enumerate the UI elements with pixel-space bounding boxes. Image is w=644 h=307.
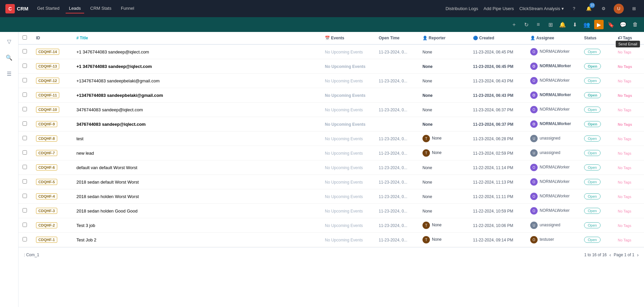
nav-funnel[interactable]: Funnel <box>117 4 138 13</box>
row-checkbox[interactable] <box>23 223 27 227</box>
row-title[interactable]: 3476744083 sandeep@iqlect.com <box>72 117 321 131</box>
col-header-events[interactable]: 📅 Events <box>321 32 375 44</box>
help-icon-btn[interactable]: ? <box>569 4 579 13</box>
grid-icon-btn[interactable]: ⊞ <box>629 4 639 13</box>
notifications-btn[interactable]: 🔔 10 <box>584 4 594 13</box>
row-title[interactable]: +13476744083 sandeepbelaki@gmail.com <box>72 74 321 88</box>
trash-btn[interactable]: 🗑 <box>631 20 640 29</box>
col-header-assignee[interactable]: 👤 Assignee <box>526 32 580 44</box>
row-reporter: None <box>418 175 469 189</box>
next-page-btn[interactable]: › <box>637 252 639 258</box>
row-id[interactable]: CDQHF-10 <box>32 103 72 117</box>
prev-page-btn[interactable]: ‹ <box>609 252 611 258</box>
row-id[interactable]: CDQHF-8 <box>32 131 72 146</box>
refresh-btn[interactable]: ↻ <box>521 20 531 29</box>
col-header-reporter[interactable]: 👤 Reporter <box>418 32 469 44</box>
row-id[interactable]: CDQHF-12 <box>32 74 72 88</box>
id-badge[interactable]: CDQHF-14 <box>36 49 59 55</box>
row-checkbox[interactable] <box>23 136 27 140</box>
row-title[interactable]: Test Job 2 <box>72 233 321 247</box>
id-badge[interactable]: CDQHF-4 <box>36 193 57 199</box>
row-id[interactable]: CDQHF-11 <box>32 88 72 103</box>
row-checkbox[interactable] <box>23 237 27 241</box>
row-title[interactable]: 3476744083 sandeep@iqlect.com <box>72 103 321 117</box>
layout-icon[interactable]: ☰ <box>4 68 14 79</box>
id-badge[interactable]: CDQHF-5 <box>36 179 57 185</box>
row-id[interactable]: CDQHF-14 <box>32 44 72 59</box>
row-status: Open <box>580 59 614 74</box>
col-header-opentime[interactable]: Open Time <box>375 32 418 44</box>
row-title[interactable]: 2018 sedan default Worst Worst <box>72 175 321 189</box>
row-checkbox[interactable] <box>23 107 27 111</box>
col-header-id[interactable]: ID <box>32 32 72 44</box>
row-title[interactable]: default van default Worst Worst <box>72 160 321 175</box>
whatsapp-btn[interactable]: 💬 <box>618 20 628 29</box>
id-badge[interactable]: CDQHF-6 <box>36 164 57 170</box>
select-all-checkbox[interactable] <box>23 35 27 40</box>
tags-value: No Tags <box>618 65 632 69</box>
add-pipe-users-link[interactable]: Add Pipe Users <box>483 6 514 11</box>
row-id[interactable]: CDQHF-4 <box>32 189 72 204</box>
columns-btn[interactable]: ⊞ <box>546 20 555 29</box>
row-checkbox[interactable] <box>23 78 27 82</box>
row-checkbox[interactable] <box>23 64 27 68</box>
bookmark-btn[interactable]: 🔖 <box>606 20 616 29</box>
row-title[interactable]: +13476744083 sandeepbelaki@gmail.com <box>72 88 321 103</box>
id-badge[interactable]: CDQHF-11 <box>36 92 59 98</box>
row-title[interactable]: +1 3476744083 sandeep@iqlect.com <box>72 59 321 74</box>
row-checkbox[interactable] <box>23 179 27 184</box>
row-id[interactable]: CDQHF-9 <box>32 117 72 131</box>
row-checkbox[interactable] <box>23 194 27 198</box>
id-badge[interactable]: CDQHF-10 <box>36 107 59 113</box>
distribution-logs-link[interactable]: Distribution Logs <box>445 6 478 11</box>
id-badge[interactable]: CDQHF-12 <box>36 78 59 84</box>
select-all-header[interactable] <box>19 32 32 44</box>
row-id[interactable]: CDQHF-3 <box>32 204 72 218</box>
id-badge[interactable]: CDQHF-3 <box>36 208 57 214</box>
row-title[interactable]: +1 3476744083 sandeep@iqlect.com <box>72 44 321 59</box>
user-avatar[interactable]: U <box>614 4 624 14</box>
row-assignee: Uunassigned <box>526 218 580 233</box>
col-header-created[interactable]: 🔵 Created <box>469 32 526 44</box>
id-badge[interactable]: CDQHF-2 <box>36 222 57 228</box>
settings-btn[interactable]: ⚙ <box>599 4 608 13</box>
row-checkbox[interactable] <box>23 49 27 53</box>
col-header-title[interactable]: # Title <box>72 32 321 44</box>
row-title[interactable]: test <box>72 131 321 146</box>
row-title[interactable]: 2018 sedan holden Worst Worst <box>72 189 321 204</box>
users-btn[interactable]: 👥 <box>582 20 591 29</box>
row-checkbox[interactable] <box>23 208 27 213</box>
row-checkbox[interactable] <box>23 92 27 97</box>
nav-leads[interactable]: Leads <box>66 4 84 13</box>
row-status: Open <box>580 189 614 204</box>
nav-crm-stats[interactable]: CRM Stats <box>87 4 115 13</box>
add-btn[interactable]: ＋ <box>509 20 519 29</box>
row-id[interactable]: CDQHF-1 <box>32 233 72 247</box>
id-badge[interactable]: CDQHF-8 <box>36 136 57 142</box>
filter-icon[interactable]: ▽ <box>4 36 14 47</box>
row-checkbox[interactable] <box>23 121 27 126</box>
filter-settings-btn[interactable]: ≡ <box>534 20 543 29</box>
notifications-toolbar-btn[interactable]: 🔔 <box>558 20 567 29</box>
row-title[interactable]: 2018 sedan holden Good Good <box>72 204 321 218</box>
nav-get-started[interactable]: Get Started <box>34 4 63 13</box>
download-btn[interactable]: ⬇ <box>570 20 579 29</box>
row-id[interactable]: CDQHF-6 <box>32 160 72 175</box>
id-badge[interactable]: CDQHF-9 <box>36 121 57 127</box>
row-checkbox[interactable] <box>23 150 27 155</box>
row-id[interactable]: CDQHF-7 <box>32 146 72 160</box>
row-checkbox[interactable] <box>23 165 27 169</box>
app-logo[interactable]: C CRM <box>5 4 28 13</box>
clickstream-analysis-btn[interactable]: ClickStream Analysis ▾ <box>519 6 564 11</box>
id-badge[interactable]: CDQHF-13 <box>36 63 59 69</box>
search-icon[interactable]: 🔍 <box>4 52 14 63</box>
send-email-btn[interactable]: ▶ <box>594 20 604 29</box>
col-header-status[interactable]: Status <box>580 32 614 44</box>
row-id[interactable]: CDQHF-5 <box>32 175 72 189</box>
id-badge[interactable]: CDQHF-7 <box>36 150 57 156</box>
id-badge[interactable]: CDQHF-1 <box>36 237 57 243</box>
row-title[interactable]: Test 3 job <box>72 218 321 233</box>
row-title[interactable]: new lead <box>72 146 321 160</box>
row-id[interactable]: CDQHF-2 <box>32 218 72 233</box>
row-id[interactable]: CDQHF-13 <box>32 59 72 74</box>
